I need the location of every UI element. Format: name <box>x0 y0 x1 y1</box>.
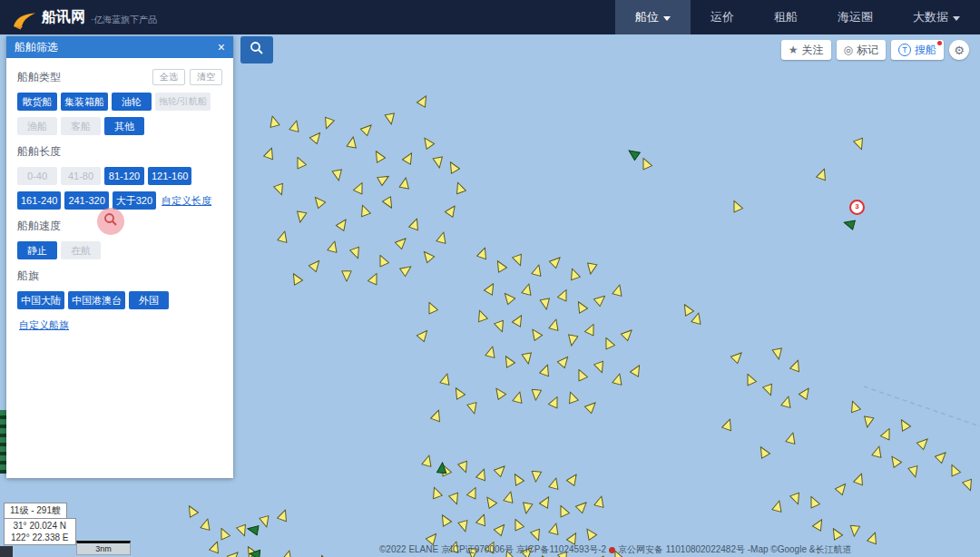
ship-marker[interactable] <box>896 415 913 435</box>
ship-marker[interactable] <box>474 307 489 326</box>
ship-marker[interactable] <box>370 147 387 167</box>
ship-marker[interactable] <box>755 443 772 463</box>
ship-marker[interactable] <box>530 467 543 484</box>
filter-button[interactable]: 0-40 <box>17 167 57 185</box>
ship-marker[interactable] <box>590 291 610 310</box>
filter-button[interactable]: 渔船 <box>17 117 57 135</box>
ship-marker[interactable] <box>465 484 481 503</box>
ship-marker[interactable] <box>555 502 572 521</box>
map-corner-control[interactable] <box>0 546 13 557</box>
ship-marker[interactable] <box>271 179 287 198</box>
ship-marker[interactable] <box>183 502 201 522</box>
ship-marker[interactable] <box>491 384 509 404</box>
ship-marker[interactable] <box>887 452 905 472</box>
ship-marker[interactable] <box>280 548 295 557</box>
ship-marker[interactable] <box>428 484 444 503</box>
nav-item-charter[interactable]: 租船 <box>754 0 818 34</box>
ship-marker[interactable] <box>320 112 336 132</box>
ship-marker[interactable] <box>452 179 467 198</box>
ship-marker[interactable] <box>913 434 932 453</box>
ship-marker[interactable] <box>482 493 500 513</box>
ship-marker[interactable] <box>223 547 242 557</box>
ship-marker[interactable] <box>547 317 562 335</box>
ship-marker[interactable] <box>481 279 498 299</box>
ship-marker[interactable] <box>742 370 759 389</box>
ship-marker[interactable] <box>509 470 526 490</box>
ship-marker[interactable] <box>333 215 351 235</box>
ship-marker[interactable] <box>547 475 562 493</box>
ship-marker[interactable] <box>537 361 553 380</box>
ship-marker[interactable] <box>436 461 448 478</box>
ship-marker[interactable] <box>474 465 489 484</box>
ship-marker[interactable] <box>263 553 276 557</box>
close-icon[interactable]: × <box>218 41 225 54</box>
ship-marker[interactable] <box>502 489 516 507</box>
ship-marker[interactable] <box>617 325 636 344</box>
filter-button[interactable]: 集装箱船 <box>61 93 108 111</box>
ship-marker[interactable] <box>435 230 449 248</box>
filter-button[interactable]: 静止 <box>17 241 57 259</box>
ship-marker[interactable] <box>414 326 433 346</box>
ship-marker[interactable] <box>288 118 302 136</box>
search-ship-button[interactable]: T 搜船 <box>891 40 944 60</box>
clear-button[interactable]: 清空 <box>190 69 222 85</box>
filter-button[interactable]: 中国港澳台 <box>68 291 125 309</box>
ship-marker[interactable] <box>357 120 376 139</box>
ship-marker[interactable] <box>581 397 600 416</box>
cluster-marker[interactable]: 3 <box>849 200 865 215</box>
ship-marker[interactable] <box>809 515 827 535</box>
search-toggle-button[interactable] <box>240 36 273 64</box>
ship-marker[interactable] <box>432 152 446 171</box>
ship-marker[interactable] <box>396 261 416 279</box>
nav-item-shipping-circle[interactable]: 海运圈 <box>818 0 893 34</box>
ship-marker[interactable] <box>828 524 845 544</box>
ship-marker[interactable] <box>379 192 397 212</box>
settings-round-button[interactable]: ⚙ <box>949 40 969 60</box>
ship-marker[interactable] <box>445 158 462 178</box>
filter-button[interactable]: 161-240 <box>17 191 61 210</box>
filter-button[interactable]: 中国大陆 <box>17 291 64 309</box>
ship-marker[interactable] <box>585 259 599 277</box>
ship-marker[interactable] <box>442 201 460 221</box>
ship-marker[interactable] <box>593 493 607 512</box>
ship-marker[interactable] <box>573 298 590 318</box>
ship-marker[interactable] <box>530 262 544 280</box>
ship-marker[interactable] <box>592 357 607 376</box>
ship-marker[interactable] <box>306 256 325 276</box>
ship-marker[interactable] <box>573 366 590 385</box>
ship-marker[interactable] <box>267 113 281 132</box>
ship-marker[interactable] <box>419 133 437 153</box>
ship-marker[interactable] <box>841 217 859 231</box>
ship-marker[interactable] <box>520 281 534 299</box>
ship-marker[interactable] <box>407 215 422 234</box>
ship-marker[interactable] <box>348 242 363 261</box>
ship-marker[interactable] <box>564 388 580 407</box>
filter-button[interactable]: 241-320 <box>64 191 108 210</box>
filter-button[interactable]: 拖轮/引航船 <box>155 93 211 111</box>
ship-marker[interactable] <box>446 488 462 507</box>
ship-marker[interactable] <box>419 247 438 267</box>
select-all-button[interactable]: 全选 <box>152 69 185 85</box>
ship-marker[interactable] <box>572 497 591 516</box>
ship-marker[interactable] <box>806 493 822 512</box>
nav-item-shipmap[interactable]: 船位 <box>615 0 691 34</box>
ship-marker[interactable] <box>500 352 517 372</box>
ship-marker[interactable] <box>307 128 326 148</box>
ship-marker[interactable] <box>865 529 880 548</box>
filter-button[interactable]: 在航 <box>61 241 101 259</box>
ship-marker[interactable] <box>275 506 290 525</box>
ship-marker[interactable] <box>796 384 814 404</box>
ship-marker[interactable] <box>346 134 359 152</box>
filter-button[interactable]: 121-160 <box>148 167 191 185</box>
filter-link[interactable]: 自定义船旗 <box>17 316 71 334</box>
ship-marker[interactable] <box>391 233 410 252</box>
ship-marker[interactable] <box>760 379 776 398</box>
filter-button[interactable]: 41-80 <box>61 167 101 185</box>
ship-marker[interactable] <box>292 153 309 172</box>
ship-marker[interactable] <box>357 201 372 220</box>
ship-marker[interactable] <box>554 352 573 372</box>
ship-marker[interactable] <box>832 479 851 499</box>
ship-marker[interactable] <box>398 175 412 193</box>
ship-marker[interactable] <box>399 149 416 169</box>
ship-marker[interactable] <box>566 330 580 348</box>
